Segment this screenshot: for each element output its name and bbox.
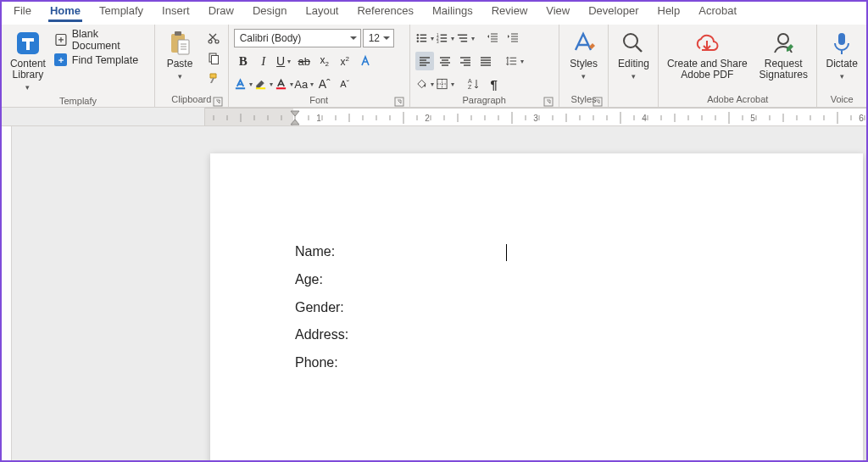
chevron-down-icon: ▾	[287, 58, 291, 65]
doc-line[interactable]: Gender:	[295, 294, 348, 322]
tab-file[interactable]: File	[5, 1, 40, 24]
chevron-down-icon: ▾	[25, 82, 30, 93]
italic-icon: I	[261, 54, 265, 69]
superscript-button[interactable]: x2	[336, 52, 354, 70]
tab-review[interactable]: Review	[483, 1, 537, 24]
highlight-button[interactable]: ▾	[254, 75, 273, 93]
align-left-button[interactable]	[415, 52, 434, 70]
subscript-button[interactable]: x2	[315, 52, 334, 70]
font-name-select[interactable]: Calibri (Body)	[234, 29, 361, 47]
cut-button[interactable]	[204, 29, 223, 47]
tab-strip: FileHomeTemplafyInsertDrawDesignLayoutRe…	[2, 2, 866, 25]
borders-button[interactable]: ▾	[436, 75, 454, 93]
tab-help[interactable]: Help	[649, 1, 689, 24]
shading-button[interactable]: ▾	[415, 75, 434, 93]
horizontal-ruler[interactable]: 123456	[205, 108, 866, 126]
format-painter-button[interactable]	[204, 70, 223, 88]
numbering-icon: 123	[436, 31, 448, 45]
paste-button[interactable]: Paste ▾	[160, 28, 199, 84]
align-left-icon	[418, 54, 431, 68]
dialog-launcher-icon[interactable]	[543, 97, 554, 107]
align-center-button[interactable]	[436, 52, 454, 70]
font-color-glyph-button[interactable]: ▾	[234, 75, 253, 93]
scissors-icon	[207, 31, 220, 45]
change-case-button[interactable]: Aa▾	[295, 75, 314, 93]
show-marks-button[interactable]: ¶	[485, 75, 504, 93]
dialog-launcher-icon[interactable]	[213, 97, 223, 107]
create-share-pdf-button[interactable]: Create and Share Adobe PDF	[664, 28, 750, 82]
grow-font-button[interactable]: Aˆ	[315, 75, 334, 93]
paint-bucket-icon	[415, 77, 428, 91]
tab-developer[interactable]: Developer	[580, 1, 647, 24]
document-body[interactable]: Name:Age:Gender:Address:Phone:	[295, 238, 348, 377]
italic-button[interactable]: I	[254, 52, 273, 70]
styles-button[interactable]: Styles ▾	[565, 28, 604, 84]
doc-line[interactable]: Name:	[295, 238, 348, 266]
content-library-button[interactable]: Content Library ▾	[7, 28, 49, 95]
document-page[interactable]: Name:Age:Gender:Address:Phone:	[210, 153, 863, 460]
justify-button[interactable]	[476, 52, 495, 70]
strikethrough-button[interactable]: ab	[295, 52, 314, 70]
tab-design[interactable]: Design	[244, 1, 295, 24]
doc-line[interactable]: Address:	[295, 321, 348, 349]
svg-point-5	[209, 40, 212, 43]
increase-indent-button[interactable]	[504, 29, 522, 47]
group-label-acrobat: Adobe Acrobat	[664, 93, 811, 107]
tab-home[interactable]: Home	[42, 1, 89, 24]
svg-rect-10	[236, 87, 245, 89]
blank-document-button[interactable]: Blank Document	[54, 31, 149, 48]
copy-button[interactable]	[204, 49, 223, 68]
bold-button[interactable]: B	[234, 52, 253, 70]
text-cursor	[506, 244, 507, 261]
chevron-down-icon: ▾	[632, 71, 636, 82]
tab-mailings[interactable]: Mailings	[424, 1, 481, 24]
group-voice: Dictate ▾ Voice	[817, 25, 866, 107]
numbering-button[interactable]: 123▾	[436, 29, 454, 47]
group-label-clipboard-text: Clipboard	[171, 94, 211, 104]
chevron-down-icon: ▾	[581, 71, 586, 82]
find-template-button[interactable]: ＋ Find Template	[54, 51, 149, 69]
indent-icon	[506, 31, 520, 45]
svg-text:5: 5	[750, 114, 755, 123]
bullets-button[interactable]: ▾	[415, 29, 434, 47]
chevron-down-icon: ▾	[451, 35, 454, 42]
paste-label: Paste	[167, 58, 193, 70]
templafy-logo-icon	[14, 30, 42, 57]
svg-point-15	[416, 37, 418, 39]
tab-references[interactable]: References	[348, 1, 421, 24]
group-editing: Editing ▾	[609, 25, 659, 107]
tab-view[interactable]: View	[537, 1, 578, 24]
dialog-launcher-icon[interactable]	[593, 97, 603, 107]
styles-icon	[570, 30, 598, 57]
tab-insert[interactable]: Insert	[153, 1, 198, 24]
tab-draw[interactable]: Draw	[200, 1, 242, 24]
align-right-button[interactable]	[456, 52, 475, 70]
line-spacing-button[interactable]: ▾	[505, 52, 524, 70]
shrink-font-icon: Aˇ	[340, 79, 349, 89]
pdf-cloud-icon	[693, 30, 721, 57]
underline-button[interactable]: U▾	[275, 52, 293, 70]
doc-line[interactable]: Phone:	[295, 349, 348, 377]
tab-acrobat[interactable]: Acrobat	[690, 1, 745, 24]
tab-templafy[interactable]: Templafy	[91, 1, 152, 24]
decrease-indent-button[interactable]	[483, 29, 502, 47]
pilcrow-icon: ¶	[491, 77, 498, 92]
font-name-value: Calibri (Body)	[240, 32, 302, 44]
editing-button[interactable]: Editing ▾	[614, 28, 653, 84]
multilevel-icon	[456, 31, 469, 45]
sort-button[interactable]: AZ	[465, 75, 483, 93]
dictate-button[interactable]: Dictate ▾	[822, 28, 861, 84]
microphone-icon	[828, 30, 855, 57]
font-color-button[interactable]: ▾	[275, 75, 293, 93]
dialog-launcher-icon[interactable]	[394, 97, 404, 107]
group-label-voice: Voice	[822, 93, 861, 107]
signature-icon	[770, 30, 797, 57]
request-signatures-button[interactable]: Request Signatures	[755, 28, 811, 82]
text-effects-button[interactable]	[356, 52, 375, 70]
shrink-font-button[interactable]: Aˇ	[336, 75, 354, 93]
blank-document-icon	[54, 33, 68, 47]
multilevel-list-button[interactable]: ▾	[456, 29, 475, 47]
doc-line[interactable]: Age:	[295, 266, 348, 294]
font-size-select[interactable]: 12	[363, 29, 394, 47]
tab-layout[interactable]: Layout	[297, 1, 347, 24]
